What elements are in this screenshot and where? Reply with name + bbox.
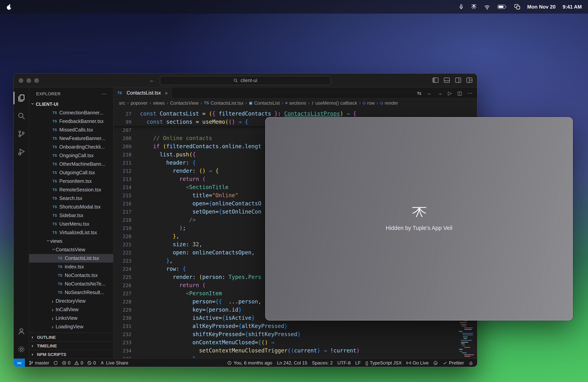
breadcrumb-views[interactable]: views: [153, 100, 165, 106]
live-share[interactable]: Live Share: [100, 359, 128, 367]
explorer-icon[interactable]: [14, 89, 29, 107]
git-branch[interactable]: master: [29, 359, 49, 367]
tree-folder-linksview[interactable]: ›LinksView: [29, 314, 113, 322]
displays-icon[interactable]: [514, 4, 520, 10]
tree-file-personitem-tsx[interactable]: TSPersonItem.tsx: [29, 177, 113, 186]
warnings[interactable]: 0: [74, 359, 83, 367]
minimize-button[interactable]: [26, 78, 31, 83]
tree-file-nocontacts-tsx[interactable]: TSNoContacts.tsx: [29, 271, 113, 280]
tree-file-usermenu-tsx[interactable]: TSUserMenu.tsx: [29, 220, 113, 228]
breadcrumb-sections[interactable]: ≡sections: [285, 100, 306, 106]
tree-file-search-tsx[interactable]: TSSearch.tsx: [29, 194, 113, 203]
sync-changes[interactable]: [53, 359, 58, 367]
tree-file-connectionbanner[interactable]: TSConnectionBanner...: [29, 108, 113, 117]
tree-item-label: OtherMachineBann...: [59, 161, 105, 167]
tree-file-remotesession-tsx[interactable]: TSRemoteSession.tsx: [29, 186, 113, 194]
tree-folder-loadingview[interactable]: ›LoadingView: [29, 322, 113, 331]
more-actions-icon[interactable]: ⋯: [101, 91, 107, 97]
source-control-icon[interactable]: [14, 125, 29, 143]
tuple-icon[interactable]: [471, 4, 477, 10]
toggle-secondary-sidebar-icon[interactable]: [455, 77, 461, 83]
breadcrumb-popover[interactable]: popover: [131, 100, 147, 106]
wifi-icon[interactable]: [483, 4, 490, 10]
breadcrumb-render[interactable]: ◇render: [380, 100, 398, 106]
menu-bar-clock[interactable]: 9:41 AM: [563, 4, 582, 10]
tree-folder-incallview[interactable]: ›InCallView: [29, 305, 113, 314]
tree-item-label: VirtualizedList.tsx: [59, 230, 97, 235]
encoding[interactable]: UTF-8: [337, 359, 351, 367]
close-icon[interactable]: ×: [165, 90, 168, 96]
tree-file-feedbackbanner-tsx[interactable]: TSFeedbackBanner.tsx: [29, 117, 113, 126]
language-mode[interactable]: {}TypeScript JSX: [365, 359, 402, 367]
tree-file-onboardingcheckli[interactable]: TSOnboardingCheckli...: [29, 143, 113, 151]
more-actions-icon[interactable]: ⋯: [467, 90, 473, 96]
apple-logo[interactable]: [6, 4, 12, 10]
customize-layout-icon[interactable]: [466, 77, 473, 83]
breadcrumb-usememo-callback[interactable]: ƒuseMemo() callback: [312, 100, 357, 106]
search-icon[interactable]: [14, 107, 29, 125]
tree-file-ongoingcall-tsx[interactable]: TSOngoingCall.tsx: [29, 151, 113, 160]
go-live[interactable]: Go Live: [406, 359, 429, 367]
tree-item-label: ShortcutsModal.tsx: [59, 204, 101, 210]
tree-file-othermachinebann[interactable]: TSOtherMachineBann...: [29, 160, 113, 169]
tree-file-sidebar-tsx[interactable]: TSSidebar.tsx: [29, 211, 113, 220]
zoom-button[interactable]: [34, 78, 39, 83]
git-blame[interactable]: You, 6 months ago: [227, 359, 272, 367]
tree-file-shortcutsmodal-tsx[interactable]: TSShortcutsModal.tsx: [29, 203, 113, 211]
remote-indicator[interactable]: ><: [14, 359, 25, 367]
errors[interactable]: 0: [62, 359, 70, 367]
open-changes-icon[interactable]: ⇆: [417, 90, 421, 96]
tree-folder-views[interactable]: ›views: [29, 237, 113, 245]
notifications[interactable]: [469, 359, 473, 367]
breadcrumb-row[interactable]: ◇row: [363, 100, 375, 106]
forward-icon[interactable]: →: [437, 90, 442, 96]
tree-file-nocontactsnote[interactable]: TSNoContactsNoTe...: [29, 280, 113, 288]
code-line-235: 235 }: [114, 355, 477, 358]
breadcrumb-separator: ›: [167, 100, 168, 106]
chevron-down-icon: ›: [45, 240, 51, 244]
tree-file-newfeaturebanner[interactable]: TSNewFeatureBanner...: [29, 134, 113, 143]
tree-folder-contactsview[interactable]: ›ContactsView: [29, 245, 113, 254]
eol[interactable]: LF: [355, 359, 361, 367]
breadcrumb-contactslist[interactable]: ▣ContactsList: [249, 100, 280, 106]
breadcrumb-contactsview[interactable]: ContactsView: [170, 100, 199, 106]
tree-file-virtualizedlist-tsx[interactable]: TSVirtualizedList.tsx: [29, 228, 113, 237]
section-outline[interactable]: ›OUTLINE: [29, 333, 113, 341]
breadcrumb-contactslist-tsx[interactable]: TSContactsList.tsx: [204, 100, 243, 106]
indentation[interactable]: Spaces: 2: [312, 359, 333, 367]
tuple-veil-window[interactable]: Hidden by Tuple's App Veil: [265, 117, 573, 320]
toggle-panel-icon[interactable]: [444, 77, 450, 83]
tab-contactslist-tsx[interactable]: TS ContactsList.tsx ×: [114, 87, 172, 99]
toggle-primary-sidebar-icon[interactable]: [432, 77, 439, 83]
section-client-ui[interactable]: › CLIENT-UI: [29, 100, 113, 108]
prettier[interactable]: Prettier: [443, 359, 464, 367]
ports[interactable]: 0: [87, 359, 96, 367]
tree-folder-directoryview[interactable]: ›DirectoryView: [29, 297, 113, 305]
account-icon[interactable]: [14, 322, 29, 340]
section-npm-scripts[interactable]: ›NPM SCRIPTS: [29, 350, 113, 358]
code-line-234: 234 setContextMenuClosedTrigger((current…: [114, 347, 477, 355]
back-icon[interactable]: ←: [427, 90, 432, 96]
run-and-debug-icon[interactable]: [14, 143, 29, 161]
tree-file-outgoingcall-tsx[interactable]: TSOutgoingCall.tsx: [29, 169, 113, 177]
tree-file-contactslist-tsx[interactable]: TSContactsList.tsx: [29, 254, 113, 263]
settings-gear-icon[interactable]: [14, 340, 29, 358]
run-icon[interactable]: ▷: [448, 90, 452, 96]
cursor-position[interactable]: Ln 242, Col 15: [277, 359, 307, 367]
tree-file-index-tsx[interactable]: TSindex.tsx: [29, 263, 113, 271]
tree-file-nosearchresult[interactable]: TSNoSearchResult...: [29, 288, 113, 297]
tree-file-missedcalls-tsx[interactable]: TSMissedCalls.tsx: [29, 126, 113, 134]
history-back-icon[interactable]: ←: [149, 77, 155, 83]
command-center-search[interactable]: client-ui: [160, 76, 331, 85]
microphone-icon[interactable]: [458, 4, 464, 10]
breadcrumb-separator: ›: [377, 100, 378, 106]
tree-item-label: OnboardingCheckli...: [59, 144, 105, 150]
feedback[interactable]: [433, 359, 438, 367]
menu-bar-date[interactable]: Mon Nov 20: [527, 4, 556, 10]
close-button[interactable]: [19, 78, 23, 83]
split-editor-icon[interactable]: ◫: [457, 90, 462, 96]
ts-file-icon: TS: [58, 291, 63, 295]
section-timeline[interactable]: ›TIMELINE: [29, 341, 113, 350]
breadcrumb-src[interactable]: src: [119, 100, 125, 106]
battery-icon[interactable]: [497, 4, 507, 9]
